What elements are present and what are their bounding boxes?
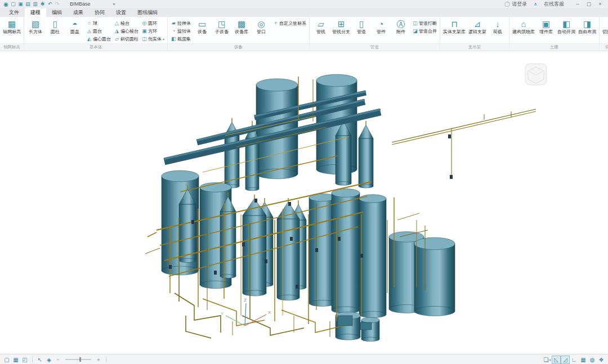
item-label: 管道合并 bbox=[419, 28, 437, 34]
load-button[interactable]: ↓荷载 bbox=[488, 18, 507, 34]
tab-collaboration[interactable]: 协同 bbox=[89, 8, 110, 17]
cube-icon[interactable]: ◈ bbox=[45, 356, 53, 363]
solid-support-library-button[interactable]: ⊓实体支架库 bbox=[442, 18, 467, 34]
section-set-icon: ◧ bbox=[171, 36, 177, 42]
zoom-slider[interactable] bbox=[65, 359, 91, 360]
logical-support-button[interactable]: ⊿逻辑支架 bbox=[467, 18, 488, 34]
auto-opening-button[interactable]: ◧自动开洞 bbox=[556, 18, 576, 34]
online-help-link[interactable]: 在线客服 bbox=[544, 1, 564, 8]
eccentric-cone-frustum-button[interactable]: ◭偏心圆台 bbox=[86, 35, 111, 43]
orbit-button[interactable]: ◍ bbox=[588, 356, 596, 363]
section-cube-button[interactable]: ◪切图立方体 bbox=[601, 18, 608, 34]
equipment-library-button[interactable]: ▩设备库 bbox=[232, 18, 251, 34]
tab-drawing-edit[interactable]: 图纸编辑 bbox=[132, 8, 163, 17]
app-logo: ◉ bbox=[3, 1, 9, 7]
pipe-button[interactable]: ▯管道 bbox=[352, 18, 371, 34]
attachment-button[interactable]: Ⓐ附件 bbox=[391, 18, 410, 34]
negative-solid-button[interactable]: ◫负实体▾ bbox=[141, 35, 164, 43]
pipe-break-button[interactable]: ◫管道打断 bbox=[412, 19, 437, 27]
ribbon-small-column: ◫管道打断◪管道合并 bbox=[411, 18, 438, 35]
cone-frustum-button[interactable]: ◬圆台 bbox=[86, 27, 111, 35]
zoom-in-button[interactable]: + bbox=[95, 356, 102, 363]
pipe-fitting-button[interactable]: ◔管件 bbox=[372, 18, 391, 34]
pipeline-branch-button[interactable]: ⊞管线分支 bbox=[331, 18, 351, 34]
axis-triad: Z Y X bbox=[221, 298, 271, 326]
ribbon-group-supports-hangers: ⊓实体支架库⊿逻辑支架↓荷载支吊架 bbox=[440, 17, 509, 51]
layout-icon[interactable]: ◰ bbox=[21, 356, 29, 363]
orbit-icon: ◍ bbox=[590, 357, 595, 363]
ribbon-small-column: ◎圆环▣方环◫负实体▾ bbox=[140, 18, 166, 43]
square-torus-button[interactable]: ▣方环 bbox=[141, 27, 164, 35]
zoom-out-button[interactable]: − bbox=[54, 356, 62, 363]
new-view-icon: ▢ bbox=[4, 357, 9, 363]
tab-file[interactable]: 文件 bbox=[3, 8, 25, 17]
cylinder-button[interactable]: ▯圆柱 bbox=[46, 18, 65, 34]
section-b-button[interactable]: ◿ bbox=[561, 356, 569, 363]
grid-icon[interactable]: ▦ bbox=[12, 356, 20, 363]
dropdown-caret-icon[interactable]: ▾ bbox=[163, 37, 164, 41]
settings-button[interactable]: ✱ bbox=[39, 1, 46, 7]
button-label: 附件 bbox=[396, 29, 405, 34]
nozzle-icon: ◎ bbox=[257, 18, 265, 29]
ribbon-group-equipment: ▰拉伸体◔旋转体◧截面集▭设备◳子设备▩设备库◎管口+自定义坐标系设备 bbox=[168, 17, 310, 51]
tab-results[interactable]: 成果 bbox=[68, 8, 89, 17]
pointer-icon[interactable]: ↖ bbox=[36, 356, 44, 363]
beveled-cylinder-button[interactable]: ▱斜切圆柱 bbox=[114, 35, 138, 43]
extrusion-button[interactable]: ▰拉伸体 bbox=[171, 19, 191, 27]
grid-icon-icon: ▦ bbox=[13, 357, 18, 363]
tab-settings[interactable]: 设置 bbox=[110, 8, 132, 17]
new-file-button[interactable]: ▢ bbox=[10, 1, 16, 7]
item-label: 管道打断 bbox=[419, 20, 437, 26]
view-cube[interactable] bbox=[525, 64, 547, 85]
open-file-button[interactable]: ▣ bbox=[17, 1, 24, 7]
section-a-button[interactable]: ◺ bbox=[552, 356, 560, 363]
load-icon: ↓ bbox=[495, 18, 500, 29]
pipeline-button[interactable]: ▱管线 bbox=[311, 18, 330, 34]
revolve-icon: ◔ bbox=[171, 28, 177, 34]
cube-icon-icon: ◈ bbox=[47, 357, 51, 363]
save-button[interactable]: ▤ bbox=[25, 1, 31, 7]
tab-edit[interactable]: 编辑 bbox=[46, 8, 68, 17]
collapse-ribbon-icon[interactable]: ∧ bbox=[534, 2, 537, 7]
sphere-button[interactable]: ○球 bbox=[86, 19, 111, 27]
free-opening-button[interactable]: ◨自由布洞 bbox=[577, 18, 597, 34]
title-dropdown-icon[interactable]: ▾ bbox=[113, 2, 115, 7]
new-view-button[interactable]: ▢ bbox=[3, 356, 11, 363]
button-label: 逻辑支架 bbox=[468, 29, 486, 34]
custom-coordinate-system-button[interactable]: +自定义坐标系 bbox=[272, 19, 306, 27]
nozzle-button[interactable]: ◎管口 bbox=[252, 18, 271, 34]
grid-toggle-button[interactable]: ▦ bbox=[579, 356, 587, 363]
button-label: 自由布洞 bbox=[578, 29, 596, 34]
save-as-button[interactable]: ▥ bbox=[32, 1, 38, 7]
close-button[interactable]: × bbox=[594, 1, 606, 8]
section-set-button[interactable]: ◧截面集 bbox=[171, 35, 191, 43]
embedded-parts-library-button[interactable]: ▣埋件库 bbox=[537, 18, 556, 34]
plant-model-canvas[interactable]: Z Y X bbox=[0, 51, 608, 354]
ribbon-group-label: 轴网标高 bbox=[0, 43, 24, 51]
redo-button[interactable]: ↷ bbox=[54, 1, 60, 7]
eccentric-pyramid-frustum-button[interactable]: ◮偏心棱台 bbox=[114, 27, 138, 35]
pyramid-frustum-button[interactable]: △棱台 bbox=[114, 19, 138, 27]
dropdown-caret-icon[interactable]: ▾ bbox=[549, 358, 551, 362]
status-bar: ▢▦◰ ↖◈ − + ❏▾◺◿∟▦◍❖ bbox=[0, 354, 608, 364]
view-cube-button[interactable]: ❏▾ bbox=[543, 356, 551, 363]
zoom-slider-handle[interactable] bbox=[79, 357, 81, 362]
tab-modeling[interactable]: 建模 bbox=[25, 8, 46, 17]
item-label: 负实体 bbox=[148, 36, 162, 42]
minimize-button[interactable]: – bbox=[572, 1, 583, 8]
revolve-button[interactable]: ◔旋转体 bbox=[171, 27, 191, 35]
ucs-button[interactable]: ∟ bbox=[570, 356, 578, 363]
disc-button[interactable]: ◓圆盘 bbox=[65, 18, 84, 34]
building-structure-library-button[interactable]: ⌂建构筑物库 bbox=[511, 18, 536, 34]
sub-equipment-button[interactable]: ◳子设备 bbox=[212, 18, 231, 34]
undo-button[interactable]: ↶ bbox=[47, 1, 53, 7]
pipe-merge-button[interactable]: ◪管道合并 bbox=[412, 27, 437, 35]
equipment-button[interactable]: ▭设备 bbox=[193, 18, 212, 34]
display-settings-button[interactable]: ❖ bbox=[597, 356, 605, 363]
cuboid-button[interactable]: ▧长方体 bbox=[26, 18, 45, 34]
viewport-3d[interactable]: Z Y X bbox=[0, 51, 608, 354]
maximize-button[interactable]: ▢ bbox=[583, 1, 594, 8]
login-button[interactable]: ◯ 请登录 bbox=[504, 1, 527, 8]
grid-elevation-button[interactable]: ▦轴网标高 bbox=[2, 18, 22, 34]
torus-button[interactable]: ◎圆环 bbox=[141, 19, 164, 27]
